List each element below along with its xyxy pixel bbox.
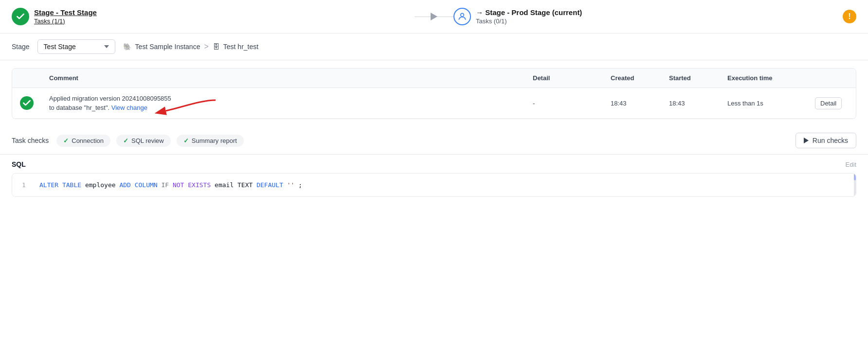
sql-code-container: 1 ALTER TABLE employee ADD COLUMN IF NOT… bbox=[12, 173, 856, 197]
db-icon: 🗄 bbox=[213, 43, 219, 51]
right-stage-title: → Stage - Prod Stage (current) bbox=[476, 8, 582, 17]
sql-token-add-column: ADD COLUMN bbox=[119, 181, 157, 189]
run-checks-label: Run checks bbox=[813, 137, 848, 144]
check-badge-summary-report[interactable]: ✓ Summary report bbox=[177, 135, 244, 147]
pipeline-arrow-icon bbox=[431, 13, 437, 20]
row-started-cell: 18:43 bbox=[661, 93, 720, 114]
row-comment-line2: to database "hr_test". View change bbox=[49, 104, 517, 111]
sql-token-semicolon: ; bbox=[298, 181, 302, 189]
edit-button[interactable]: Edit bbox=[846, 161, 856, 168]
sql-code: 1 ALTER TABLE employee ADD COLUMN IF NOT… bbox=[12, 174, 856, 196]
sql-token-if: IF bbox=[161, 181, 172, 189]
db-instance-icon: 🐘 bbox=[123, 43, 131, 51]
row-comment-line1: Applied migration version 20241008095855 bbox=[49, 95, 517, 102]
check-icon-sql-review: ✓ bbox=[123, 137, 128, 144]
right-stage: → Stage - Prod Stage (current) Tasks (0/… bbox=[453, 8, 856, 25]
migration-table: Comment Detail Created Started Execution… bbox=[12, 68, 856, 119]
check-badge-sql-review[interactable]: ✓ SQL review bbox=[116, 135, 171, 147]
right-stage-info: → Stage - Prod Stage (current) Tasks (0/… bbox=[476, 8, 582, 25]
col-header-comment: Comment bbox=[41, 69, 525, 87]
col-header-created: Created bbox=[603, 69, 661, 87]
view-change-link[interactable]: View change bbox=[111, 104, 147, 111]
row-success-icon bbox=[20, 96, 34, 110]
chevron-down-icon bbox=[104, 45, 109, 48]
stage-dropdown-value: Test Stage bbox=[44, 43, 100, 51]
stage-label: Stage bbox=[12, 43, 30, 51]
sql-token-not-exists: NOT EXISTS bbox=[173, 181, 211, 189]
table-row: Applied migration version 20241008095855… bbox=[12, 88, 856, 119]
sql-token-alter-table: ALTER TABLE bbox=[39, 181, 81, 189]
left-stage: Stage - Test Stage Tasks (1/1) bbox=[12, 8, 415, 25]
check-badge-connection[interactable]: ✓ Connection bbox=[56, 135, 110, 147]
check-label-sql-review: SQL review bbox=[131, 137, 164, 144]
col-header-execution-time: Execution time bbox=[720, 69, 807, 87]
right-stage-user-icon bbox=[453, 8, 471, 25]
check-icon-summary-report: ✓ bbox=[183, 137, 189, 144]
sql-token-email-text: email TEXT bbox=[215, 181, 256, 189]
col-header-detail: Detail bbox=[525, 69, 603, 87]
row-comment-cell: Applied migration version 20241008095855… bbox=[41, 88, 525, 118]
left-stage-info: Stage - Test Stage Tasks (1/1) bbox=[34, 8, 97, 25]
left-stage-title[interactable]: Stage - Test Stage bbox=[34, 8, 97, 17]
breadcrumb-separator: > bbox=[204, 42, 208, 51]
sql-header: SQL Edit bbox=[12, 160, 856, 168]
table-header: Comment Detail Created Started Execution… bbox=[12, 69, 856, 88]
scrollbar[interactable] bbox=[854, 174, 856, 196]
sql-token-default: DEFAULT bbox=[256, 181, 283, 189]
line-number-1: 1 bbox=[22, 181, 30, 189]
row-execution-time-cell: Less than 1s bbox=[720, 93, 807, 114]
run-checks-button[interactable]: Run checks bbox=[796, 133, 856, 148]
view-change-container: View change bbox=[111, 104, 147, 111]
right-stage-tasks: Tasks (0/1) bbox=[476, 17, 582, 25]
db-name: Test hr_test bbox=[223, 43, 258, 51]
check-label-summary-report: Summary report bbox=[192, 137, 237, 144]
sql-token-employee: employee bbox=[85, 181, 119, 189]
pipeline-divider bbox=[415, 7, 453, 26]
play-icon bbox=[804, 138, 809, 143]
stage-dropdown[interactable]: Test Stage bbox=[37, 39, 115, 54]
check-icon-connection: ✓ bbox=[63, 137, 69, 144]
code-line-1: ALTER TABLE employee ADD COLUMN IF NOT E… bbox=[39, 181, 846, 189]
row-detail-cell: - bbox=[525, 93, 603, 114]
col-header-started: Started bbox=[661, 69, 720, 87]
red-arrow-annotation bbox=[162, 95, 220, 115]
detail-button[interactable]: Detail bbox=[815, 97, 842, 109]
sql-title: SQL bbox=[12, 160, 26, 168]
pipeline-bar: Stage - Test Stage Tasks (1/1) → Stage -… bbox=[0, 0, 868, 34]
stage-selector-row: Stage Test Stage 🐘 Test Sample Instance … bbox=[0, 34, 868, 60]
breadcrumb: 🐘 Test Sample Instance > 🗄 Test hr_test bbox=[123, 42, 259, 51]
row-status-cell bbox=[12, 89, 41, 117]
sql-token-empty-string: '' bbox=[287, 181, 295, 189]
col-header-status bbox=[12, 69, 41, 87]
db-instance-name: Test Sample Instance bbox=[135, 43, 200, 51]
col-header-actions bbox=[807, 69, 856, 87]
row-created-cell: 18:43 bbox=[603, 93, 661, 114]
svg-point-0 bbox=[461, 13, 464, 17]
task-checks-label: Task checks bbox=[12, 137, 49, 144]
check-label-connection: Connection bbox=[72, 137, 104, 144]
right-stage-warning-icon: ! bbox=[843, 10, 856, 23]
row-actions-cell: Detail bbox=[807, 90, 856, 116]
left-stage-tasks[interactable]: Tasks (1/1) bbox=[34, 17, 97, 25]
left-stage-success-icon bbox=[12, 8, 29, 25]
sql-section: SQL Edit 1 ALTER TABLE employee ADD COLU… bbox=[0, 155, 868, 197]
task-checks-row: Task checks ✓ Connection ✓ SQL review ✓ … bbox=[0, 127, 868, 155]
scrollbar-thumb bbox=[854, 174, 856, 180]
